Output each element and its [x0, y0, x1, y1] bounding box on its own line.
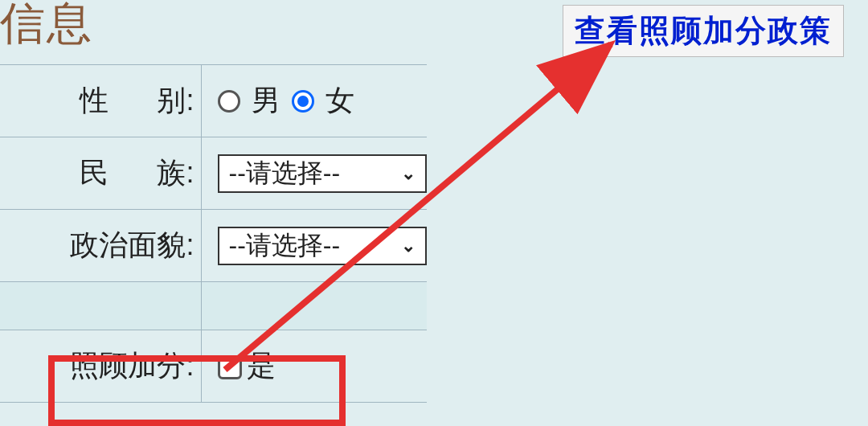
- row-ethnicity: 民 族: --请选择-- ⌄: [0, 137, 427, 210]
- row-bonus: 照顾加分: 是: [0, 330, 427, 403]
- value-gender: 男 女: [201, 65, 427, 137]
- ethnicity-select[interactable]: --请选择-- ⌄: [218, 154, 427, 193]
- label-gender: 性 别:: [0, 65, 201, 137]
- row-political: 政治面貌: --请选择-- ⌄: [0, 210, 427, 282]
- section-title: 信息: [0, 0, 93, 55]
- label-bonus: 照顾加分:: [0, 330, 201, 403]
- label-political: 政治面貌:: [0, 210, 201, 282]
- political-select-text: --请选择--: [229, 228, 341, 264]
- radio-male[interactable]: [218, 90, 240, 113]
- radio-male-label: 男: [252, 81, 280, 121]
- chevron-down-icon: ⌄: [401, 236, 416, 256]
- bonus-checkbox[interactable]: [218, 355, 242, 379]
- value-political: --请选择-- ⌄: [201, 210, 427, 282]
- political-select[interactable]: --请选择-- ⌄: [218, 227, 427, 265]
- chevron-down-icon: ⌄: [401, 163, 416, 184]
- ethnicity-select-text: --请选择--: [229, 156, 341, 191]
- bonus-checkbox-label: 是: [247, 349, 276, 382]
- spacer-row: [0, 282, 427, 330]
- form-table: 性 别: 男 女 民 族: --请选择-- ⌄ 政治面貌:: [0, 64, 427, 403]
- row-gender: 性 别: 男 女: [0, 65, 427, 137]
- value-ethnicity: --请选择-- ⌄: [201, 137, 427, 210]
- radio-female-label: 女: [326, 81, 354, 121]
- label-ethnicity: 民 族:: [0, 137, 201, 210]
- value-bonus: 是: [201, 330, 427, 403]
- radio-female[interactable]: [292, 90, 314, 113]
- view-policy-button[interactable]: 查看照顾加分政策: [563, 5, 844, 57]
